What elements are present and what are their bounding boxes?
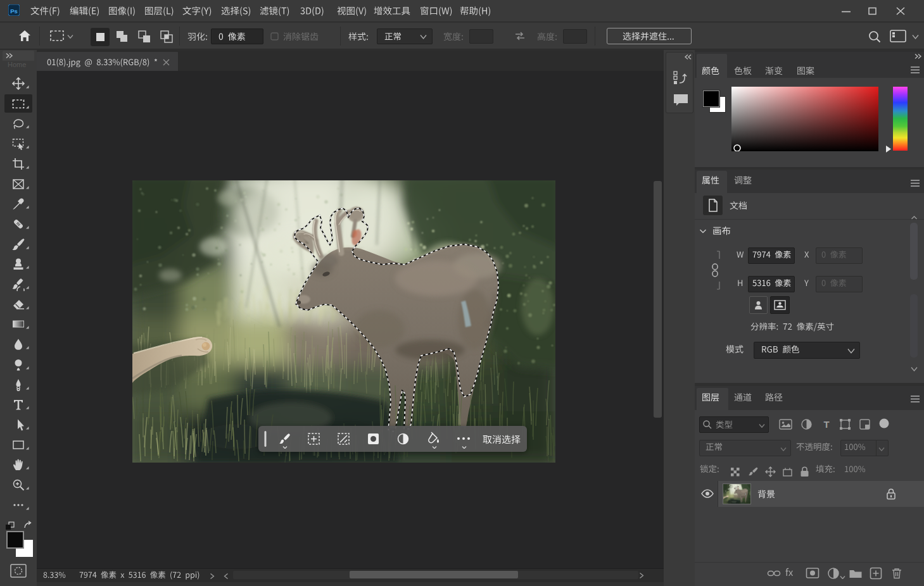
- svg-text:T: T: [823, 419, 829, 430]
- svg-text:Ps: Ps: [10, 8, 18, 15]
